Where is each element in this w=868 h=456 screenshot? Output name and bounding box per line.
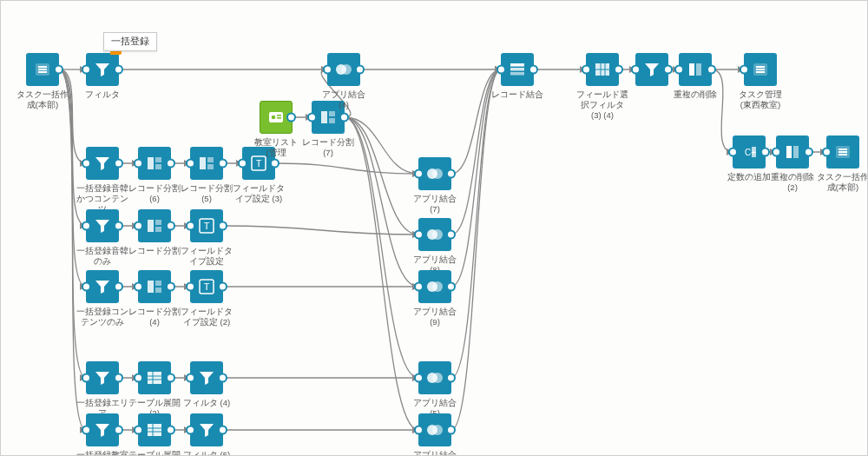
flow-node-ap8[interactable]: アプリ結合 (8) — [409, 218, 461, 275]
svg-point-44 — [432, 281, 443, 292]
svg-point-43 — [427, 281, 437, 292]
flow-node-flt2[interactable]: 一括登録音韓のみ — [76, 209, 128, 267]
node-label: フィールドタイプ設定 (3) — [233, 183, 285, 204]
flow-node-flt4[interactable]: 一括登録エリア — [76, 361, 128, 419]
flow-node-ap7[interactable]: アプリ結合 (7) — [409, 157, 461, 215]
svg-rect-63 — [752, 147, 756, 157]
edge — [345, 117, 418, 378]
flow-node-ap5[interactable]: アプリ結合 (5) — [409, 361, 461, 419]
merge-icon — [327, 53, 360, 86]
svg-rect-58 — [753, 63, 767, 76]
node-label: 一括登録教室 — [76, 450, 128, 456]
node-label: レコード分割 — [128, 246, 181, 256]
svg-rect-13 — [155, 220, 161, 225]
edge — [345, 117, 418, 430]
node-label: フィールド選択フィルタ (3) (4) — [576, 89, 628, 121]
svg-rect-50 — [510, 68, 524, 71]
svg-rect-6 — [155, 164, 161, 169]
node-label: 一括登録音韓のみ — [76, 246, 128, 267]
flow-node-rs3[interactable]: レコード分割 (4) — [128, 270, 181, 327]
svg-rect-34 — [321, 111, 327, 123]
svg-rect-0 — [36, 63, 49, 76]
svg-rect-66 — [836, 146, 850, 158]
flow-node-ft3[interactable]: Tフィールドタイプ設定 (2) — [181, 270, 233, 327]
flow-node-rjoin[interactable]: レコード結合 — [491, 53, 543, 100]
svg-rect-10 — [252, 156, 266, 170]
svg-rect-8 — [207, 157, 214, 162]
node-label: アプリ結合 (4) — [318, 89, 370, 110]
svg-point-47 — [427, 425, 437, 435]
const-icon: C+ — [733, 135, 766, 169]
flow-node-sink2[interactable]: タスク一括作成(本部) — [817, 135, 868, 193]
svg-rect-65 — [793, 146, 799, 158]
flow-node-flt0[interactable]: 一括登録フィルタ — [76, 53, 128, 100]
svg-rect-57 — [696, 63, 701, 76]
flow-node-flt5[interactable]: 一括登録教室 — [76, 413, 128, 456]
flow-node-flt3[interactable]: 一括登録コンテンツのみ — [76, 270, 128, 327]
funnel-icon — [86, 413, 119, 446]
grid-icon — [586, 53, 619, 86]
svg-point-37 — [336, 64, 346, 75]
flow-node-dup2[interactable]: 重複の削除 (2) — [766, 135, 819, 193]
svg-point-40 — [432, 169, 443, 179]
svg-rect-14 — [155, 227, 161, 232]
node-label: タスク一括作成(本部) — [817, 172, 868, 193]
flow-node-rs2[interactable]: レコード分割 — [128, 209, 181, 256]
table-icon — [138, 413, 171, 446]
dedup-icon — [776, 135, 809, 169]
node-label: タスク一括作成(本部) — [16, 89, 69, 110]
node-label: 重複の削除 — [669, 89, 721, 100]
flow-node-flt4b[interactable]: フィルタ (4) — [181, 361, 233, 408]
flow-node-ap6[interactable]: アプリ結合 (6) — [409, 413, 461, 456]
svg-text:T: T — [256, 158, 262, 169]
node-label: 重複の削除 (2) — [766, 172, 819, 193]
node-label: フィールドタイプ設定 — [181, 246, 233, 267]
edge — [223, 226, 418, 235]
list-icon — [744, 53, 777, 86]
svg-rect-35 — [329, 111, 335, 116]
node-label: フィールドタイプ設定 (2) — [181, 307, 233, 327]
svg-rect-32 — [277, 115, 281, 116]
svg-point-38 — [341, 64, 352, 75]
flow-node-ap4[interactable]: アプリ結合 (4) — [318, 53, 370, 110]
flow-node-ap9[interactable]: アプリ結合 (9) — [409, 270, 461, 327]
node-label: 一括登録コンテンツのみ — [76, 307, 128, 327]
node-label: アプリ結合 (6) — [409, 450, 461, 456]
node-label: テーブル展開 (3) — [128, 450, 181, 456]
flow-node-fsel[interactable]: フィールド選択フィルタ (3) (4) — [576, 53, 628, 121]
funnel-icon: 一括登録 — [86, 53, 119, 86]
flow-node-ft2[interactable]: Tフィールドタイプ設定 — [181, 209, 233, 267]
funnel-icon — [86, 270, 119, 303]
edge — [345, 117, 418, 235]
flow-node-flt1[interactable]: 一括登録音韓かつコンテンツ — [76, 147, 128, 215]
node-label: アプリ結合 (7) — [409, 194, 461, 215]
node-label: アプリ結合 (9) — [409, 307, 461, 327]
card-icon — [260, 101, 293, 134]
flow-node-tb5[interactable]: テーブル展開 (3) — [128, 413, 181, 456]
flow-node-flt5b[interactable]: フィルタ (5) — [181, 413, 233, 456]
svg-rect-1 — [38, 66, 47, 68]
node-label: レコード分割 (7) — [302, 137, 354, 158]
split-icon — [190, 147, 223, 180]
svg-rect-68 — [838, 151, 847, 153]
merge-icon — [418, 361, 451, 394]
funnel-icon — [635, 53, 668, 86]
flow-node-rs1b[interactable]: レコード分割 (5) — [181, 147, 233, 204]
merge-icon — [418, 413, 451, 446]
svg-text:C+: C+ — [745, 148, 756, 157]
flow-node-tb4[interactable]: テーブル展開 (2) — [128, 361, 181, 419]
merge-icon — [418, 218, 451, 251]
flow-node-greenSrc[interactable]: 教室リスト(管理 — [250, 101, 302, 158]
node-label: レコード分割 (4) — [128, 307, 181, 327]
flow-node-sink1[interactable]: タスク管理(東西教室) — [734, 53, 786, 110]
flow-node-dup1[interactable]: 重複の削除 — [669, 53, 721, 100]
list-icon — [26, 53, 59, 86]
svg-rect-51 — [510, 72, 524, 76]
svg-rect-30 — [269, 112, 283, 122]
flow-node-src1[interactable]: タスク一括作成(本部) — [16, 53, 69, 110]
svg-rect-3 — [38, 71, 47, 73]
flow-node-rs1a[interactable]: レコード分割 (6) — [128, 147, 181, 204]
svg-text:T: T — [204, 221, 210, 231]
svg-rect-60 — [756, 69, 765, 70]
svg-rect-15 — [200, 219, 214, 233]
